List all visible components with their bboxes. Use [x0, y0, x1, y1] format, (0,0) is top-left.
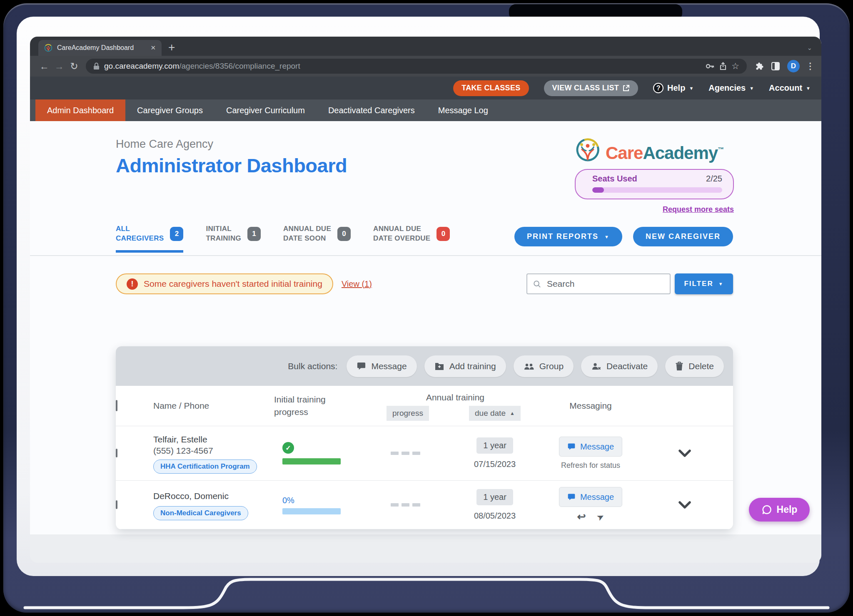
extensions-puzzle-icon[interactable] [755, 62, 764, 71]
careacademy-wordmark: CareAcademy™ [606, 137, 723, 166]
person-x-icon [591, 362, 601, 371]
url-text: go.careacademy.com/agencies/8356/complia… [104, 62, 300, 71]
caregiver-row: DeRocco, Domenic Non-Medical Caregivers … [116, 481, 733, 529]
training-alert-banner: ! Some caregivers haven't started initia… [116, 273, 333, 294]
caregiver-row: Telfair, Estelle (555) 123-4567 HHA Cert… [116, 426, 733, 481]
agencies-menu[interactable]: Agencies ▼ [708, 83, 754, 93]
view-class-list-button[interactable]: VIEW CLASS LIST [544, 80, 639, 96]
expand-row-chevron[interactable] [636, 501, 733, 509]
careacademy-favicon [44, 44, 52, 52]
account-menu[interactable]: Account ▼ [769, 83, 811, 93]
tab-label: INITIALTRAINING [206, 224, 241, 243]
logo-academy: Academy [643, 143, 718, 163]
bulk-deactivate-button[interactable]: Deactivate [581, 355, 658, 377]
careacademy-logo: CareAcademy™ [575, 137, 734, 166]
due-period-chip: 1 year [476, 489, 513, 505]
side-panel-icon[interactable] [771, 62, 780, 70]
help-floating-button[interactable]: Help [749, 498, 810, 522]
logo-care: Care [606, 143, 643, 163]
share-icon[interactable] [719, 62, 727, 70]
tab-search-chevron-icon[interactable]: ⌄ [807, 44, 812, 52]
lock-icon [93, 62, 100, 70]
new-caregiver-button[interactable]: NEW CAREGIVER [633, 227, 733, 246]
browser-tab[interactable]: CareAcademy Dashboard ✕ [38, 40, 162, 56]
filter-button[interactable]: FILTER ▼ [675, 273, 733, 294]
tab-label: ANNUAL DUEDATE OVERDUE [373, 224, 430, 243]
send-icon[interactable]: ➤ [595, 511, 606, 523]
caregiver-phone: (555) 123-4567 [153, 446, 274, 456]
brand-panel: CareAcademy™ Seats Used 2/25 Request mor… [575, 137, 734, 214]
forward-button[interactable]: → [52, 61, 67, 72]
print-reports-button[interactable]: PRINT REPORTS ▼ [514, 227, 622, 246]
device-base [0, 574, 853, 616]
tab-close-icon[interactable]: ✕ [150, 44, 156, 52]
annual-progress-empty [366, 503, 445, 507]
header-messaging: Messaging [545, 401, 636, 411]
tab-annual-due-soon[interactable]: ANNUAL DUEDATE SOON 0 [283, 224, 351, 253]
request-more-seats-link[interactable]: Request more seats [575, 205, 734, 214]
seats-used-panel: Seats Used 2/25 [575, 169, 734, 199]
header-annual-progress[interactable]: progress [387, 406, 429, 421]
careacademy-logo-icon [575, 137, 601, 163]
message-button[interactable]: Message [559, 437, 622, 457]
browser-menu-icon[interactable]: ⋮ [806, 61, 815, 71]
row-checkbox[interactable] [116, 449, 117, 457]
help-menu[interactable]: ? Help ▼ [653, 83, 693, 93]
tab-initial-training[interactable]: INITIALTRAINING 1 [206, 224, 261, 253]
profile-avatar[interactable]: D [787, 60, 800, 72]
alert-view-link[interactable]: View (1) [342, 279, 372, 289]
address-bar[interactable]: go.careacademy.com/agencies/8356/complia… [86, 59, 747, 74]
reply-icon[interactable]: ↩ [577, 511, 586, 523]
password-key-icon[interactable] [706, 63, 715, 70]
bulk-group-button[interactable]: Group [514, 355, 574, 377]
search-box[interactable] [526, 273, 671, 294]
url-path: /agencies/8356/compliance_report [179, 62, 300, 70]
initial-progress-bar [282, 458, 341, 464]
message-button[interactable]: Message [559, 487, 622, 507]
caregiver-group-pill[interactable]: Non-Medical Caregivers [153, 506, 248, 520]
tabs-divider [30, 255, 821, 256]
view-class-list-label: VIEW CLASS LIST [552, 84, 619, 92]
site-header: TAKE CLASSES VIEW CLASS LIST ? Help ▼ Ag… [30, 77, 821, 99]
bulk-add-training-button[interactable]: Add training [424, 355, 506, 377]
chat-bubble-icon [761, 504, 772, 515]
nav-caregiver-curriculum[interactable]: Caregiver Curriculum [214, 99, 317, 121]
caregiver-group-pill[interactable]: HHA Certification Program [153, 460, 257, 474]
new-tab-button[interactable]: + [168, 42, 175, 53]
header-due-date-sort[interactable]: due date▲ [469, 406, 521, 421]
bookmark-star-icon[interactable]: ☆ [731, 61, 739, 71]
nav-message-log[interactable]: Message Log [426, 99, 500, 121]
tab-annual-due-overdue[interactable]: ANNUAL DUEDATE OVERDUE 0 [373, 224, 450, 253]
tab-all-caregivers[interactable]: ALLCAREGIVERS 2 [116, 224, 183, 253]
chevron-down-icon: ▼ [806, 86, 811, 91]
nav-caregiver-groups[interactable]: Caregiver Groups [125, 99, 214, 121]
search-icon [533, 280, 541, 288]
bulk-actions-bar: Bulk actions: Message Add training Group [116, 346, 733, 386]
bulk-delete-button[interactable]: Delete [665, 355, 724, 377]
alert-message: Some caregivers haven't started initial … [144, 279, 322, 289]
message-bubble-icon [357, 361, 366, 371]
reload-button[interactable]: ↻ [67, 61, 82, 72]
bulk-message-button[interactable]: Message [347, 355, 417, 377]
select-all-checkbox[interactable] [116, 400, 117, 411]
take-classes-button[interactable]: TAKE CLASSES [453, 80, 529, 96]
search-input[interactable] [546, 278, 664, 289]
table-header-row: Name / Phone Initial training progress A… [116, 386, 733, 426]
print-reports-label: PRINT REPORTS [527, 232, 599, 241]
nav-admin-dashboard[interactable]: Admin Dashboard [35, 99, 125, 121]
due-period-chip: 1 year [476, 437, 513, 454]
caregiver-name: Telfair, Estelle [153, 433, 274, 446]
bulk-actions-label: Bulk actions: [288, 361, 337, 371]
bulk-add-training-label: Add training [449, 361, 496, 371]
count-badge: 0 [436, 227, 450, 241]
header-annual-training-group: Annual training progress due date▲ [366, 386, 545, 426]
seats-used-label: Seats Used [592, 174, 637, 184]
row-checkbox[interactable] [116, 500, 117, 509]
page-title: Administrator Dashboard [116, 154, 347, 177]
chevron-down-icon: ▼ [689, 86, 693, 91]
filter-label: FILTER [684, 280, 713, 288]
expand-row-chevron[interactable] [636, 450, 733, 457]
nav-deactivated-caregivers[interactable]: Deactivated Caregivers [317, 99, 426, 121]
back-button[interactable]: ← [37, 61, 52, 72]
seats-used-value: 2/25 [706, 174, 722, 184]
